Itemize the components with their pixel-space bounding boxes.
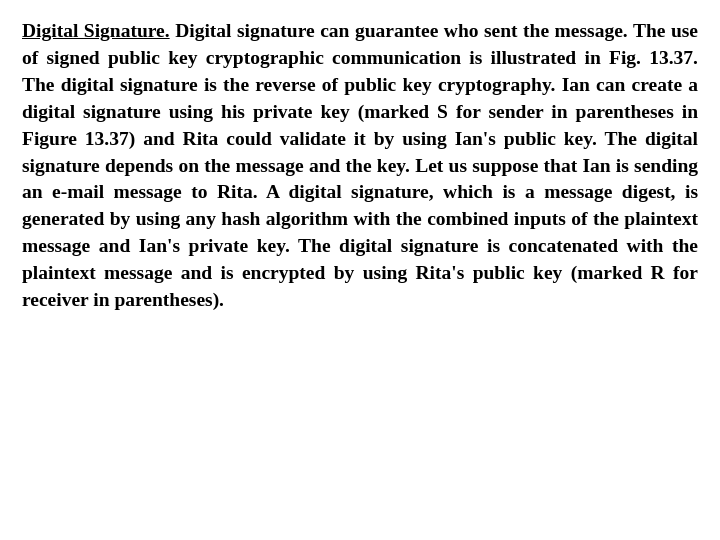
main-content: Digital Signature. Digital signature can…	[0, 0, 720, 540]
paragraph-body: Digital signature can guarantee who sent…	[22, 20, 698, 310]
main-paragraph: Digital Signature. Digital signature can…	[22, 18, 698, 314]
section-title: Digital Signature.	[22, 20, 170, 41]
